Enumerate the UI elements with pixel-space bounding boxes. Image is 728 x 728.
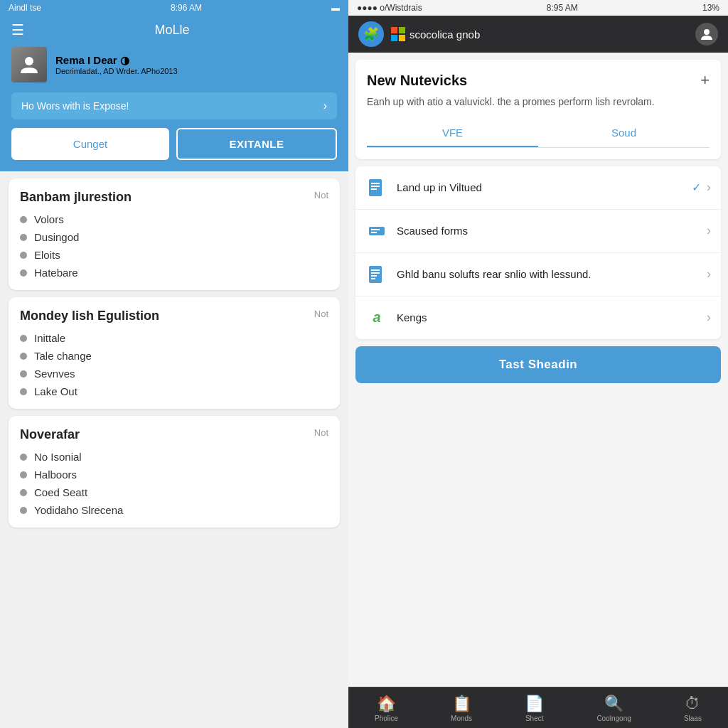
list-item-actions: ✓› [692,180,711,195]
right-status-bar: ●●●● o/Wistdrais 8:95 AM 13% [348,0,728,16]
hamburger-icon[interactable]: ☰ [11,21,24,38]
cunget-button[interactable]: Cunget [11,128,169,160]
section-card-section1: Banbam jlurestionNotVolorsDusingodEloits… [9,178,340,290]
section-badge-section3: Not [314,427,328,438]
svg-point-1 [704,29,710,35]
bullet-icon [20,370,27,378]
list-item-label: Halboors [34,469,77,481]
list-item-actions: › [707,223,711,238]
list-item[interactable]: No Isonial [20,451,328,463]
left-header: ☰ MoLle [0,16,348,47]
list-item[interactable]: Volors [20,213,328,225]
section-title-section3: Noverafar [20,427,80,442]
svg-rect-2 [369,179,382,196]
profile-name: Rema I Dear ◑ [55,54,178,67]
bullet-icon [20,269,27,277]
tast-sheadin-button[interactable]: Tast Sheadin [355,346,721,383]
svg-rect-8 [371,232,377,233]
svg-rect-3 [371,183,380,184]
new-nutevicks-title: New Nutevicks [367,73,467,89]
list-item-actions: › [707,267,711,282]
right-time: 8:95 AM [547,3,578,13]
right-carrier: ●●●● o/Wistdrais [357,3,422,13]
chevron-right-icon: › [707,223,711,238]
monds-icon: 📋 [452,695,471,713]
list-item-icon [365,220,388,242]
list-item[interactable]: Eloits [20,249,328,261]
tab-soud[interactable]: Soud [538,119,710,147]
right-content: New Nutevicks + Eanh up with atio a valu… [348,53,728,687]
bullet-icon [20,335,27,342]
list-item[interactable]: Inittale [20,332,328,344]
section-card-section2: Mondey lish EgulistionNotInittaleTale ch… [9,297,340,409]
svg-rect-5 [371,188,377,190]
pholice-label: Pholice [375,714,398,722]
tabs-row: VFESoud [367,119,710,148]
pholice-icon: 🏠 [377,695,396,713]
list-item-row[interactable]: aKengs› [355,296,721,339]
tab-bar-item-monds[interactable]: 📋Monds [444,692,479,725]
svg-rect-6 [369,227,385,235]
right-profile-icon[interactable] [695,23,718,46]
tab-vfe[interactable]: VFE [367,119,538,147]
list-item-label: No Isonial [34,451,82,463]
bullet-icon [20,388,27,395]
profile-info: Rema I Dear ◑ Decrimladat., AD Wrder. AP… [55,54,178,75]
tab-bar-item-coolngong[interactable]: 🔍Coolngong [589,692,638,725]
bullet-icon [20,252,27,259]
brand-text: scocolica gnob [410,28,480,41]
plus-icon[interactable]: + [700,71,710,90]
list-item-row[interactable]: Ghld banu solufts rear snlio with lessun… [355,253,721,296]
list-item-label: Hatebare [34,267,78,279]
new-nutevicks-section: New Nutevicks + Eanh up with atio a valu… [355,60,721,159]
bullet-icon [20,234,27,241]
shect-icon: 📄 [525,695,544,713]
exitanle-button[interactable]: EXITANLE [176,128,337,160]
action-button-wrap: Tast Sheadin [355,346,721,383]
list-item[interactable]: Lake Out [20,385,328,397]
tab-bar-item-pholice[interactable]: 🏠Pholice [368,692,405,725]
new-nutevicks-desc: Eanh up with atio a valuvickl. the a pro… [367,95,710,109]
left-panel: Aindl tse 8:96 AM ▬ ☰ MoLle Rema I Dear … [0,0,348,728]
list-item-row[interactable]: Scaused forms› [355,210,721,253]
arrow-right-icon: › [323,100,327,112]
tab-bar-item-slaas[interactable]: ⏱Slaas [677,692,709,725]
tab-bar-item-shect[interactable]: 📄Shect [518,692,551,725]
bullet-icon [20,216,27,223]
list-item[interactable]: Hatebare [20,267,328,279]
left-battery: ▬ [331,3,340,13]
left-profile: Rema I Dear ◑ Decrimladat., AD Wrder. AP… [0,47,348,92]
list-item-text: Scaused forms [397,224,698,238]
list-item-text: Kengs [397,311,698,325]
list-item[interactable]: Dusingod [20,231,328,243]
shect-label: Shect [525,714,544,722]
list-item[interactable]: Coed Seatt [20,486,328,498]
left-time: 8:96 AM [171,3,202,13]
list-item-label: Yodidaho Slrecena [34,504,123,516]
chevron-right-icon: › [707,310,711,325]
list-item[interactable]: Yodidaho Slrecena [20,504,328,516]
list-item-label: Inittale [34,332,65,344]
notification-strip[interactable]: Ho Wors with is Expose! › [11,92,337,119]
right-header: 🧩 scocolica gnob [348,16,728,53]
slaas-label: Slaas [684,714,702,722]
list-item[interactable]: Halboors [20,469,328,481]
windows-logo-icon [391,27,405,41]
list-item-row[interactable]: Land up in Viltued✓› [355,166,721,210]
list-item-label: Coed Seatt [34,486,87,498]
chevron-right-icon: › [707,267,711,282]
avatar-image [11,47,47,82]
list-item[interactable]: Sevnves [20,368,328,380]
svg-rect-10 [371,269,380,271]
list-item[interactable]: Tale change [20,350,328,362]
list-item-icon [365,263,388,286]
bullet-icon [20,353,27,360]
brand-area: scocolica gnob [391,27,480,41]
bullet-icon [20,471,27,478]
left-status-bar: Aindl tse 8:96 AM ▬ [0,0,348,16]
section-badge-section2: Not [314,309,328,319]
svg-rect-9 [369,266,382,283]
coolngong-label: Coolngong [596,714,631,722]
list-items-section: Land up in Viltued✓› Scaused forms› Ghld… [355,166,721,339]
section-badge-section1: Not [314,190,328,200]
